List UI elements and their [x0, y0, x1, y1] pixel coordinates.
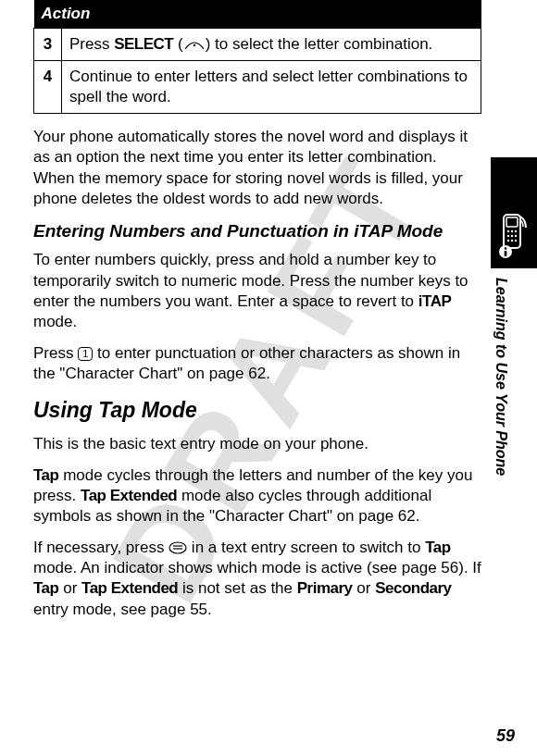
svg-point-14: [193, 44, 194, 46]
paragraph: Tap mode cycles through the letters and …: [33, 465, 481, 527]
select-label: SELECT: [114, 35, 173, 53]
svg-point-4: [515, 230, 517, 232]
phone-info-icon: [498, 213, 530, 259]
action-table-header: Action: [34, 0, 481, 29]
one-key-icon: 1: [78, 347, 93, 361]
svg-point-10: [515, 240, 517, 242]
step-text: Continue to enter letters and select let…: [62, 61, 481, 114]
svg-rect-13: [505, 251, 507, 256]
tap-label: Tap: [425, 539, 450, 556]
paragraph: To enter numbers quickly, press and hold…: [33, 250, 481, 331]
paragraph: Press 1 to enter punctuation or other ch…: [33, 343, 481, 384]
subheading: Entering Numbers and Punctuation in iTAP…: [33, 220, 481, 243]
paragraph: Your phone automatically stores the nove…: [33, 127, 481, 208]
svg-point-15: [169, 542, 186, 553]
svg-point-5: [507, 235, 509, 237]
page-content: Action 3 Press SELECT () to select the l…: [0, 0, 537, 620]
side-tab-icon-box: [491, 157, 537, 268]
soft-key-icon: [183, 40, 206, 51]
menu-key-icon: [169, 541, 187, 554]
svg-point-12: [505, 247, 507, 250]
step-text: Press SELECT () to select the letter com…: [62, 29, 481, 61]
tap-label: Tap: [33, 466, 58, 484]
side-tab: Learning to Use Your Phone: [491, 157, 537, 518]
svg-point-7: [515, 235, 517, 237]
svg-point-3: [511, 230, 513, 232]
svg-point-2: [507, 230, 509, 232]
primary-label: Primary: [297, 579, 353, 597]
section-side-label: Learning to Use Your Phone: [491, 278, 510, 518]
tap-extended-label: Tap Extended: [81, 579, 178, 597]
page-number: 59: [496, 725, 515, 747]
svg-rect-1: [506, 217, 518, 227]
tap-label: Tap: [33, 579, 58, 597]
paragraph: This is the basic text entry mode on you…: [33, 434, 481, 454]
table-row: 3 Press SELECT () to select the letter c…: [34, 29, 481, 61]
table-row: 4 Continue to enter letters and select l…: [34, 61, 481, 114]
itap-label: iTAP: [418, 292, 451, 310]
secondary-label: Secondary: [375, 579, 451, 597]
action-table: Action 3 Press SELECT () to select the l…: [33, 0, 481, 114]
step-number: 3: [34, 29, 62, 61]
section-heading: Using Tap Mode: [33, 397, 481, 425]
svg-point-8: [507, 240, 509, 242]
svg-point-6: [511, 235, 513, 237]
tap-extended-label: Tap Extended: [81, 487, 177, 504]
step-number: 4: [34, 61, 62, 114]
svg-point-9: [511, 240, 513, 242]
paragraph: If necessary, press in a text entry scre…: [33, 538, 481, 619]
